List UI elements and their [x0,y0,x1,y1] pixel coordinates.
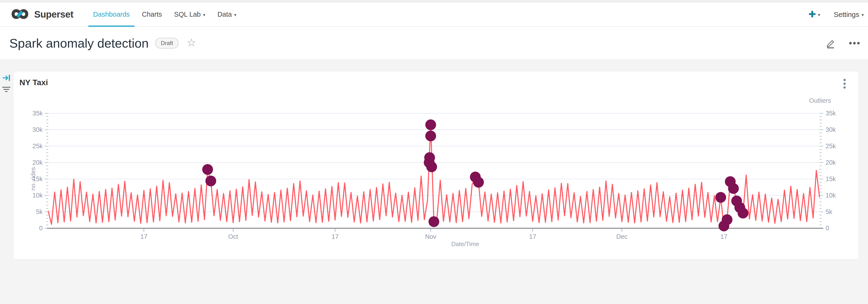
navbar: Superset Dashboards Charts SQL Lab ▾ Dat… [0,3,868,27]
nav-menu: Dashboards Charts SQL Lab ▾ Data ▾ [87,3,243,26]
outlier-point[interactable] [738,208,748,219]
nav-right: ▾ Settings ▾ [809,10,864,19]
outlier-point[interactable] [424,152,435,163]
outlier-point[interactable] [429,216,439,227]
outlier-point[interactable] [722,214,733,225]
plus-icon [809,10,816,19]
brand-name: Superset [34,9,73,20]
caret-down-icon: ▾ [234,12,237,17]
caret-down-icon: ▾ [203,12,205,17]
edit-pencil-icon[interactable] [825,38,836,49]
outlier-point[interactable] [426,161,437,172]
dashboard-title: Spark anomaly detection [9,36,149,50]
kebab-menu-icon[interactable] [843,78,846,90]
caret-down-icon: ▾ [862,12,864,17]
favorite-star-icon[interactable]: ☆ [187,37,196,48]
outlier-point[interactable] [425,131,436,141]
outlier-point[interactable] [728,183,739,194]
nav-item-charts[interactable]: Charts [136,3,168,26]
header-actions [825,38,860,49]
outlier-point[interactable] [206,175,216,186]
top-strip [0,0,868,3]
nav-item-dashboards[interactable]: Dashboards [87,3,136,26]
filter-icon[interactable] [2,86,11,95]
dashboard-header: Spark anomaly detection Draft ☆ [0,27,868,60]
nav-item-sql-lab[interactable]: SQL Lab ▾ [168,3,211,26]
outlier-point[interactable] [473,177,484,188]
nav-item-data[interactable]: Data ▾ [211,3,243,26]
ellipsis-menu-icon[interactable] [849,42,860,45]
new-item-button[interactable]: ▾ [809,10,820,19]
superset-logo[interactable]: Superset [8,7,73,22]
outlier-point[interactable] [425,119,436,130]
superset-infinity-icon [8,7,31,22]
settings-menu[interactable]: Settings ▾ [834,10,864,19]
draft-status-badge: Draft [155,38,179,49]
outlier-point[interactable] [715,192,726,203]
chart-title: NY Taxi [20,78,48,87]
outlier-point[interactable] [202,164,213,175]
expand-filter-bar-icon[interactable] [2,73,12,83]
caret-down-icon: ▾ [818,12,820,17]
